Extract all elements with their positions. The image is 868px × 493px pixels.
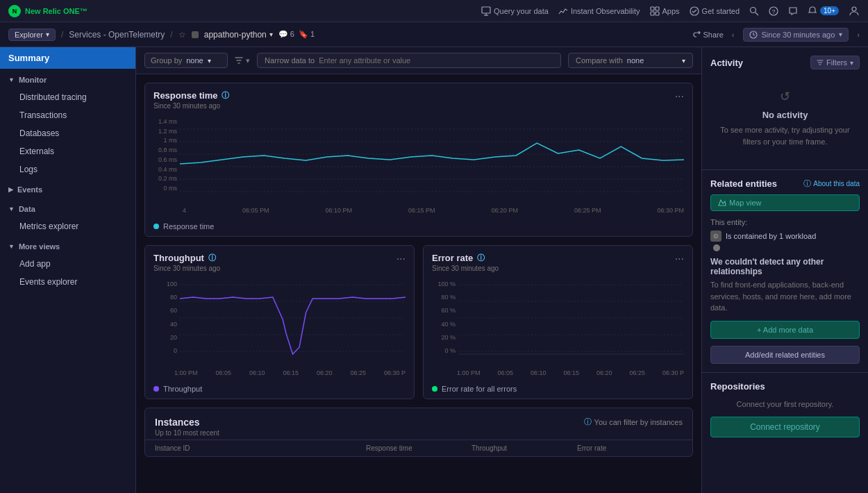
services-link[interactable]: Services - OpenTelemetry [69, 30, 165, 40]
get-started-link[interactable]: Get started [690, 6, 740, 16]
compare-with-filter[interactable]: Compare with none ▾ [568, 53, 693, 68]
add-more-data-button[interactable]: + Add more data [710, 321, 860, 339]
throughput-title: Throughput ⓘ [153, 253, 220, 263]
explorer-button[interactable]: Explorer ▾ [8, 28, 56, 41]
more-views-chevron-icon: ▼ [8, 243, 15, 250]
related-entities-title: Related entities [710, 178, 777, 189]
workload-entity: ⊙ Is contained by 1 workload [710, 231, 860, 242]
instances-title: Instances [155, 417, 219, 428]
narrow-data-filter[interactable]: Narrow data to [257, 53, 561, 68]
summary-nav-item[interactable]: Summary [0, 47, 135, 69]
app-name[interactable]: appathon-python ▾ [204, 30, 273, 40]
query-icon [481, 6, 491, 16]
monitor-section-header[interactable]: ▼ Monitor [0, 69, 135, 88]
related-entities-header: Related entities ⓘ About this data [710, 178, 860, 189]
response-time-chart: Response time ⓘ Since 30 minutes ago ···… [144, 83, 693, 237]
instances-card: Instances Up to 10 most recent ⓘ You can… [144, 408, 693, 457]
throughput-y-axis: 100 80 60 40 20 0 [153, 278, 180, 368]
comment-icon[interactable]: 💬 6 [278, 30, 294, 39]
sidebar-item-databases[interactable]: Databases [0, 124, 135, 142]
svg-marker-30 [719, 200, 726, 206]
breadcrumb-right: Share ‹ Since 30 minutes ago ▾ › [692, 28, 860, 42]
response-time-subtitle: Since 30 minutes ago [153, 102, 229, 110]
error-rate-content: 100 % 80 % 60 % 40 % 20 % 0 % [432, 278, 684, 368]
two-charts-row: Throughput ⓘ Since 30 minutes ago ··· 10… [144, 245, 693, 408]
prev-button[interactable]: ‹ [732, 31, 735, 39]
response-time-body: 1.4 ms 1.2 ms 1 ms 0.8 ms 0.6 ms 0.4 ms … [145, 112, 692, 219]
throughput-plot [180, 278, 406, 368]
events-chevron-icon: ▶ [8, 186, 13, 193]
tag-icon[interactable]: 🔖 1 [299, 30, 315, 39]
user-menu[interactable] [849, 6, 860, 17]
svg-line-7 [756, 12, 758, 15]
connect-repository-button[interactable]: Connect repository [710, 417, 860, 437]
about-info-icon: ⓘ [803, 178, 811, 189]
group-by-filter[interactable]: Group by none ▾ [144, 53, 228, 68]
throughput-chart: Throughput ⓘ Since 30 minutes ago ··· 10… [144, 245, 415, 399]
instances-info-icon[interactable]: ⓘ [584, 417, 592, 427]
workload-entity-icon: ⊙ [710, 231, 721, 242]
no-activity-area: ↺ No activity To see more activity, try … [710, 75, 860, 161]
notification-badge: 10+ [820, 6, 839, 15]
logo-icon: N [8, 5, 21, 17]
response-time-title: Response time ⓘ [153, 90, 229, 101]
data-section-header[interactable]: ▼ Data [0, 198, 135, 217]
repositories-section: Repositories Connect your first reposito… [702, 373, 868, 446]
add-edit-related-entities-button[interactable]: Add/edit related entities [710, 346, 860, 364]
more-views-section-header[interactable]: ▼ More views [0, 235, 135, 255]
activity-section: Activity Filters ▾ ↺ No activity To see … [702, 47, 868, 170]
sidebar: Summary ▼ Monitor Distributed tracing Tr… [0, 47, 136, 493]
time-selector[interactable]: Since 30 minutes ago ▾ [743, 28, 849, 42]
activity-filters-button[interactable]: Filters ▾ [810, 56, 860, 69]
chat-button[interactable] [788, 6, 798, 16]
sidebar-item-add-app[interactable]: Add app [0, 255, 135, 273]
no-activity-title: No activity [716, 110, 854, 120]
data-chevron-icon: ▼ [8, 206, 15, 212]
events-section-header[interactable]: ▶ Events [0, 178, 135, 198]
new-relic-logo: N New Relic ONE™ [8, 5, 87, 17]
error-rate-more-button[interactable]: ··· [675, 253, 684, 265]
refresh-icon: ↺ [716, 89, 854, 104]
group-by-value: none [186, 56, 203, 65]
instant-observability-link[interactable]: Instant Observability [558, 6, 640, 16]
error-rate-chart: Error rate ⓘ Since 30 minutes ago ··· 10… [423, 245, 693, 399]
throughput-legend: Throughput [145, 382, 414, 399]
instances-filter: ⓘ You can filter by instances [584, 417, 683, 427]
query-data-link[interactable]: Query your data [481, 6, 549, 16]
sidebar-item-transactions[interactable]: Transactions [0, 106, 135, 124]
sidebar-item-metrics-explorer[interactable]: Metrics explorer [0, 217, 135, 235]
sidebar-item-events-explorer[interactable]: Events explorer [0, 273, 135, 291]
response-time-info-icon[interactable]: ⓘ [222, 90, 229, 101]
error-rate-body: 100 % 80 % 60 % 40 % 20 % 0 % [424, 275, 692, 382]
error-rate-info-icon[interactable]: ⓘ [477, 253, 485, 263]
share-button[interactable]: Share [692, 31, 724, 39]
about-this-data-link[interactable]: ⓘ About this data [803, 178, 860, 189]
app-icons: 💬 6 🔖 1 [278, 30, 315, 39]
sidebar-item-externals[interactable]: Externals [0, 142, 135, 160]
filter-icon [235, 56, 243, 65]
workload-status-dot [713, 244, 720, 251]
right-panel: Activity Filters ▾ ↺ No activity To see … [701, 47, 868, 493]
throughput-info-icon[interactable]: ⓘ [208, 253, 216, 263]
related-entities-section: Related entities ⓘ About this data Map v… [702, 170, 868, 373]
narrow-data-input[interactable] [319, 56, 553, 65]
workload-dot-container [710, 244, 860, 251]
next-button[interactable]: › [857, 31, 860, 39]
notifications-button[interactable]: 10+ [808, 6, 839, 16]
repositories-title: Repositories [710, 381, 860, 392]
sidebar-item-logs[interactable]: Logs [0, 160, 135, 178]
response-time-more-button[interactable]: ··· [675, 90, 684, 103]
compare-with-chevron: ▾ [682, 57, 685, 65]
apps-link[interactable]: Apps [650, 6, 680, 16]
search-button[interactable] [749, 6, 759, 16]
response-time-content: 1.4 ms 1.2 ms 1 ms 0.8 ms 0.6 ms 0.4 ms … [153, 115, 684, 206]
response-time-x-axis: 4 06:05 PM 06:10 PM 06:15 PM 06:20 PM 06… [153, 206, 684, 214]
chat-icon [788, 6, 798, 16]
help-button[interactable]: ? [769, 6, 778, 16]
filter-options-button[interactable]: ▾ [235, 56, 250, 65]
user-icon [849, 6, 860, 17]
map-view-button[interactable]: Map view [710, 194, 860, 211]
throughput-more-button[interactable]: ··· [397, 253, 406, 265]
sidebar-item-distributed-tracing[interactable]: Distributed tracing [0, 88, 135, 106]
no-activity-text: To see more activity, try adjusting your… [716, 124, 854, 147]
